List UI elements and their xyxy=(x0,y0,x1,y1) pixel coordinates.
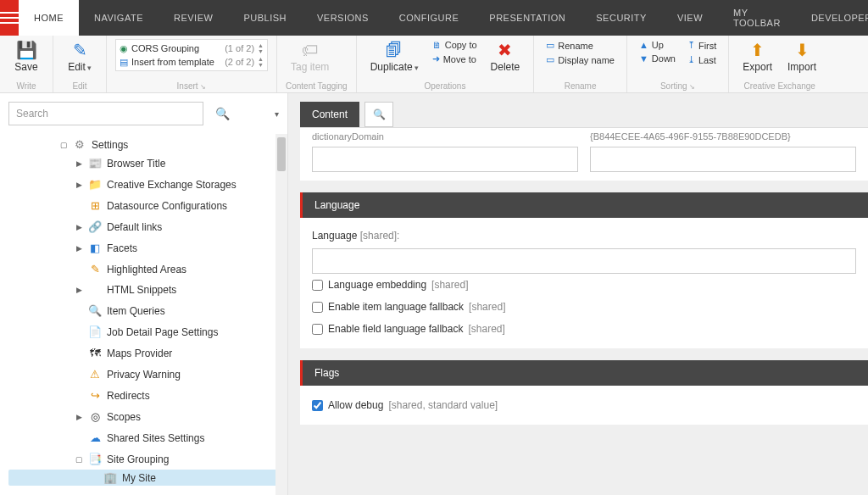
tree-label: Datasource Configurations xyxy=(107,200,227,212)
language-field-label: Language xyxy=(312,230,357,242)
content-tree: ▢⚙Settings ▶📰Browser Title▶📁Creative Exc… xyxy=(0,134,287,495)
down-button[interactable]: ▼Down xyxy=(636,53,679,64)
section-language[interactable]: Language xyxy=(300,192,868,218)
insert-template-list[interactable]: ◉CORS Grouping (1 of 2)▲▼ ▤Insert from t… xyxy=(115,39,268,71)
tab-mytoolbar[interactable]: MY TOOLBAR xyxy=(718,0,796,36)
tab-review[interactable]: REVIEW xyxy=(159,0,228,36)
tree-node-settings[interactable]: ▢⚙Settings xyxy=(8,136,279,153)
export-button[interactable]: ⬆ Export xyxy=(737,39,777,75)
tag-label: Tag item xyxy=(291,61,329,73)
tree-node[interactable]: ▶📰Browser Title xyxy=(8,155,279,171)
tree-node[interactable]: 📄Job Detail Page Settings xyxy=(8,324,279,340)
template-count: (1 of 2) xyxy=(225,43,254,53)
chk-label: Enable field language fallback xyxy=(328,323,463,335)
tree-icon: ◧ xyxy=(88,242,102,254)
tree-label: Settings xyxy=(92,139,128,151)
top-menu: HOME NAVIGATE REVIEW PUBLISH VERSIONS CO… xyxy=(0,0,868,36)
edit-button[interactable]: ✎ Edit▾ xyxy=(62,39,97,75)
moveto-icon: ➜ xyxy=(432,53,440,64)
chk-hint: [shared] xyxy=(469,301,505,313)
tree-icon: 📁 xyxy=(88,178,102,191)
tab-search[interactable]: 🔍 xyxy=(364,102,393,127)
tab-developer[interactable]: DEVELOPER xyxy=(796,0,868,36)
tree-node-sitegrouping[interactable]: ▢📑Site Grouping xyxy=(8,451,279,467)
tree-scrollbar[interactable] xyxy=(275,134,287,495)
group-label-rename: Rename xyxy=(542,80,618,91)
tree-node[interactable]: ✎Highlighted Areas xyxy=(8,261,279,277)
copyto-icon: 🗎 xyxy=(432,40,442,50)
tree-label: Privacy Warning xyxy=(107,369,181,381)
tree-node[interactable]: ☁Shared Sites Settings xyxy=(8,430,279,446)
tree-node[interactable]: ▶📁Creative Exchange Storages xyxy=(8,176,279,192)
chk-language-embedding[interactable] xyxy=(312,280,323,291)
save-label: Save xyxy=(14,61,37,73)
copyto-button[interactable]: 🗎Copy to xyxy=(429,39,481,51)
ribbon-group-operations: 🗐 Duplicate▾ 🗎Copy to ➜Move to ✖ Delete … xyxy=(357,36,535,92)
search-input[interactable]: Search xyxy=(8,102,203,125)
tree-node[interactable]: ▶🔗Default links xyxy=(8,219,279,235)
ribbon-group-rename: ▭Rename ▭Display name Rename xyxy=(534,36,627,92)
ribbon-group-sorting: ▲Up ▼Down ⤒First ⤓Last Sorting ↘ xyxy=(627,36,729,92)
site-icon: 🏢 xyxy=(103,471,117,484)
ribbon-group-tagging: 🏷 Tag item Content Tagging xyxy=(277,36,357,92)
field-name-input[interactable] xyxy=(312,147,578,172)
up-button[interactable]: ▲Up xyxy=(636,39,679,51)
chk-allow-debug[interactable] xyxy=(312,400,323,411)
moveto-button[interactable]: ➜Move to xyxy=(429,53,481,65)
flags-panel: Allow debug [shared, standard value] xyxy=(300,386,868,425)
ribbon-group-insert: ◉CORS Grouping (1 of 2)▲▼ ▤Insert from t… xyxy=(107,36,277,92)
ribbon-group-creative: ⬆ Export ⬇ Import Creative Exchange xyxy=(729,36,830,92)
tab-presentation[interactable]: PRESENTATION xyxy=(474,0,581,36)
tag-icon: 🏷 xyxy=(302,41,319,59)
tab-view[interactable]: VIEW xyxy=(662,0,718,36)
up-icon: ▲ xyxy=(639,40,648,50)
tree-node[interactable]: ▶HTML Snippets xyxy=(8,282,279,298)
language-input[interactable] xyxy=(312,248,856,274)
tree-label: Facets xyxy=(107,242,137,254)
group-label-write: Write xyxy=(8,80,44,91)
first-button[interactable]: ⤒First xyxy=(684,39,720,52)
tree-label: Highlighted Areas xyxy=(107,264,186,275)
tab-navigate[interactable]: NAVIGATE xyxy=(79,0,159,36)
displayname-button[interactable]: ▭Display name xyxy=(542,53,618,66)
section-flags[interactable]: Flags xyxy=(300,360,868,386)
tree-node-mysite[interactable]: 🏢My Site xyxy=(8,470,279,486)
spinner-icon[interactable]: ▲▼ xyxy=(258,42,264,54)
tree-node[interactable]: ↪Redirects xyxy=(8,387,279,403)
tree-node[interactable]: ▶◧Facets xyxy=(8,240,279,256)
tab-versions[interactable]: VERSIONS xyxy=(302,0,384,36)
tree-label: My Site xyxy=(122,472,156,484)
field-id-input[interactable] xyxy=(590,147,856,172)
chk-label: Enable item language fallback xyxy=(328,301,464,313)
search-icon[interactable]: 🔍 xyxy=(215,107,230,120)
last-button[interactable]: ⤓Last xyxy=(684,53,720,66)
tree-node[interactable]: ⊞Datasource Configurations xyxy=(8,197,279,214)
chk-item-fallback[interactable] xyxy=(312,302,323,313)
tree-node[interactable]: 🗺Maps Provider xyxy=(8,345,279,361)
template-icon: ◉ xyxy=(120,43,128,54)
tab-home[interactable]: HOME xyxy=(19,0,79,36)
rename-button[interactable]: ▭Rename xyxy=(542,39,618,52)
tree-node[interactable]: ⚠Privacy Warning xyxy=(8,366,279,382)
tab-content[interactable]: Content xyxy=(300,102,359,127)
tab-configure[interactable]: CONFIGURE xyxy=(384,0,475,36)
down-label: Down xyxy=(652,53,676,64)
tree-label: Job Detail Page Settings xyxy=(107,326,218,338)
tree-label: Creative Exchange Storages xyxy=(107,179,236,191)
delete-button[interactable]: ✖ Delete xyxy=(486,39,526,75)
tag-item-button[interactable]: 🏷 Tag item xyxy=(286,39,334,75)
save-button[interactable]: 💾 Save xyxy=(8,39,44,75)
search-dropdown[interactable]: ▾ xyxy=(275,109,279,119)
tree-label: Shared Sites Settings xyxy=(107,432,204,444)
tab-security[interactable]: SECURITY xyxy=(581,0,662,36)
tree-label: Site Grouping xyxy=(107,453,169,465)
tree-label: Item Queries xyxy=(107,305,165,317)
spinner-icon[interactable]: ▲▼ xyxy=(258,56,264,68)
tree-node[interactable]: ▶◎Scopes xyxy=(8,409,279,425)
tree-node[interactable]: 🔍Item Queries xyxy=(8,303,279,319)
duplicate-button[interactable]: 🗐 Duplicate▾ xyxy=(365,39,424,75)
import-button[interactable]: ⬇ Import xyxy=(782,39,821,75)
tab-publish[interactable]: PUBLISH xyxy=(228,0,302,36)
chk-field-fallback[interactable] xyxy=(312,324,323,335)
hamburger-menu[interactable] xyxy=(0,0,19,36)
